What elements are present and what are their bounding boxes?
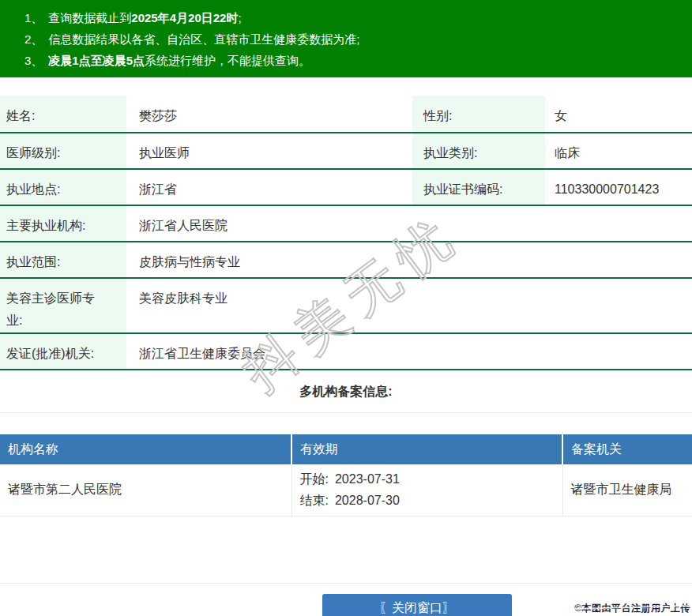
field-label-practice-scope: 执业范围: [0, 242, 126, 278]
field-value-certificate-number: 110330000701423 [545, 169, 692, 205]
copyright-note: ©本图由平台注册用户上传 [574, 602, 690, 615]
field-label-certificate-number: 执业证书编码: [412, 169, 545, 205]
notice-text: 信息数据结果以各省、自治区、直辖市卫生健康委数据为准; [48, 32, 359, 46]
field-value-practice-location: 浙江省 [126, 169, 412, 205]
field-label-gender: 性别: [412, 96, 545, 133]
column-header-filing-authority: 备案机关 [562, 434, 692, 464]
table-row: 发证(批准)机关: 浙江省卫生健康委员会 [0, 333, 692, 370]
notice-number: 3、 [24, 54, 43, 67]
validity-start-line: 开始:2023-07-31 [300, 468, 562, 490]
field-value-practice-category: 临床 [545, 133, 692, 169]
notice-line-1: 1、查询数据截止到2025年4月20日22时; [0, 7, 692, 28]
notice-text: 系统进行维护，不能提供查询。 [145, 54, 310, 67]
validity-end-date: 2028-07-30 [335, 494, 400, 507]
practitioner-info-table: 姓名: 樊莎莎 性别: 女 医师级别: 执业医师 执业类别: 临床 执业地点: … [0, 96, 692, 370]
validity-end-label: 结束: [300, 494, 329, 507]
notice-line-2: 2、信息数据结果以各省、自治区、直辖市卫生健康委数据为准; [0, 28, 692, 50]
filing-institution-name: 诸暨市第二人民医院 [0, 464, 291, 516]
validity-end-line: 结束:2028-07-30 [300, 490, 562, 511]
table-row: 美容主诊医师专业: 美容皮肤科专业 [0, 278, 692, 333]
validity-start-date: 2023-07-31 [335, 472, 400, 486]
field-value-gender: 女 [545, 96, 692, 133]
close-window-button[interactable]: 〖关闭窗口〗 [322, 594, 512, 616]
table-row: 执业地点: 浙江省 执业证书编码: 110330000701423 [0, 169, 692, 205]
field-label-practice-location: 执业地点: [0, 169, 126, 205]
field-label-name: 姓名: [0, 96, 126, 133]
table-row: 主要执业机构: 浙江省人民医院 [0, 205, 692, 242]
column-header-validity-period: 有效期 [291, 434, 562, 464]
filing-section-title: 多机构备案信息: [0, 370, 692, 413]
notice-number: 1、 [24, 11, 43, 24]
table-row: 医师级别: 执业医师 执业类别: 临床 [0, 133, 692, 169]
field-label-issuing-authority: 发证(批准)机关: [0, 333, 126, 370]
filing-validity-period: 开始:2023-07-31 结束:2028-07-30 [291, 464, 562, 516]
column-header-institution-name: 机构名称 [0, 434, 291, 464]
field-label-practice-category: 执业类别: [412, 133, 545, 169]
table-row: 姓名: 樊莎莎 性别: 女 [0, 96, 692, 133]
practitioner-query-result-page: 1、查询数据截止到2025年4月20日22时; 2、信息数据结果以各省、自治区、… [0, 0, 692, 616]
field-value-doctor-level: 执业医师 [126, 133, 412, 169]
notice-number: 2、 [24, 32, 43, 46]
table-row: 诸暨市第二人民医院 开始:2023-07-31 结束:2028-07-30 诸暨… [0, 464, 692, 516]
field-value-practice-scope: 皮肤病与性病专业 [126, 242, 692, 278]
filing-table-header-row: 机构名称 有效期 备案机关 [0, 434, 692, 464]
footer-bar: 〖关闭窗口〗 ©本图由平台注册用户上传 [0, 583, 692, 616]
notice-line-3: 3、凌晨1点至凌晨5点系统进行维护，不能提供查询。 [0, 50, 692, 71]
validity-start-label: 开始: [300, 472, 329, 486]
notice-text: 查询数据截止到 [48, 11, 131, 24]
filing-table: 机构名称 有效期 备案机关 诸暨市第二人民医院 开始:2023-07-31 结束… [0, 434, 692, 516]
field-label-cosmetic-specialty: 美容主诊医师专业: [0, 278, 126, 333]
notice-text-bold: 2025年4月20日22时 [131, 11, 238, 24]
notice-text-bold: 凌晨1点至凌晨5点 [48, 54, 145, 67]
field-label-main-institution: 主要执业机构: [0, 205, 126, 242]
notice-banner: 1、查询数据截止到2025年4月20日22时; 2、信息数据结果以各省、自治区、… [0, 0, 692, 77]
field-value-main-institution: 浙江省人民医院 [126, 205, 692, 242]
field-label-doctor-level: 医师级别: [0, 133, 126, 169]
notice-text: ; [238, 11, 241, 24]
filing-authority: 诸暨市卫生健康局 [562, 464, 692, 516]
field-value-name: 樊莎莎 [126, 96, 412, 133]
table-row: 执业范围: 皮肤病与性病专业 [0, 242, 692, 278]
field-value-cosmetic-specialty: 美容皮肤科专业 [126, 278, 692, 333]
field-value-issuing-authority: 浙江省卫生健康委员会 [126, 333, 692, 370]
